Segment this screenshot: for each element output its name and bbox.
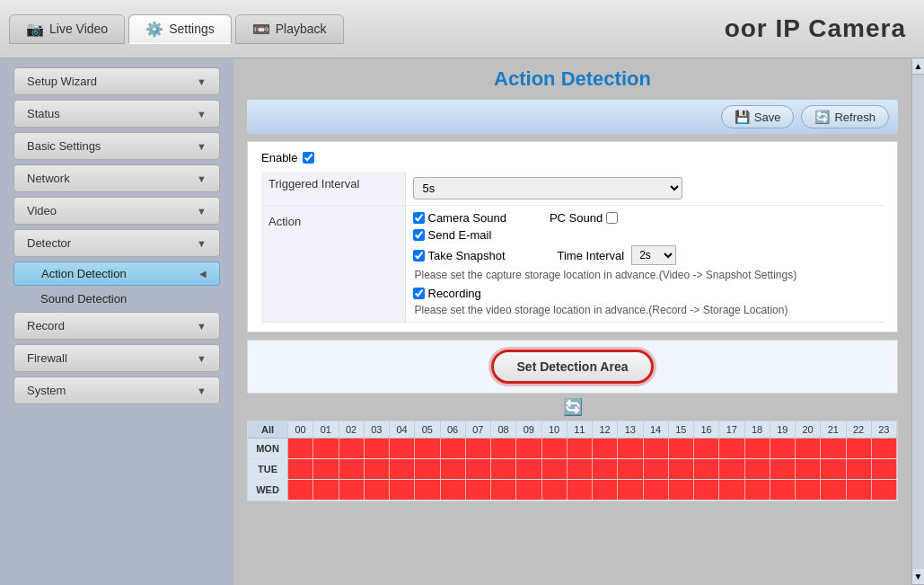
- sched-wed-12[interactable]: [593, 480, 618, 500]
- sched-wed-13[interactable]: [618, 480, 643, 500]
- sched-tue-3[interactable]: [365, 459, 390, 479]
- scroll-down-arrow[interactable]: ▼: [912, 569, 924, 585]
- sched-mon-5[interactable]: [415, 439, 440, 458]
- sched-mon-11[interactable]: [568, 439, 593, 458]
- sched-tue-11[interactable]: [568, 459, 593, 479]
- sched-mon-13[interactable]: [618, 439, 643, 458]
- sched-wed-20[interactable]: [796, 480, 821, 500]
- sched-tue-15[interactable]: [669, 459, 694, 479]
- sched-wed-16[interactable]: [694, 480, 719, 500]
- sched-wed-11[interactable]: [568, 480, 593, 500]
- sched-wed-1[interactable]: [313, 480, 339, 500]
- sched-tue-18[interactable]: [745, 459, 770, 479]
- sched-mon-19[interactable]: [770, 439, 796, 458]
- sidebar-item-firewall[interactable]: Firewall ▼: [13, 344, 220, 372]
- sched-tue-8[interactable]: [491, 459, 516, 479]
- sched-mon-10[interactable]: [542, 439, 568, 458]
- sched-mon-6[interactable]: [441, 439, 466, 458]
- tab-live-video[interactable]: 📷 Live Video: [9, 14, 125, 44]
- sched-mon-8[interactable]: [491, 439, 516, 458]
- save-button[interactable]: 💾 Save: [721, 105, 795, 129]
- camera-sound-checkbox[interactable]: [413, 212, 425, 224]
- sched-wed-18[interactable]: [745, 480, 770, 500]
- sched-tue-1[interactable]: [313, 459, 339, 479]
- sched-mon-15[interactable]: [669, 439, 694, 458]
- sched-mon-12[interactable]: [593, 439, 618, 458]
- sidebar-item-video[interactable]: Video ▼: [13, 197, 220, 225]
- enable-checkbox[interactable]: [303, 152, 314, 164]
- sidebar-item-network[interactable]: Network ▼: [13, 164, 220, 192]
- refresh-button[interactable]: 🔄 Refresh: [801, 105, 889, 129]
- sched-mon-20[interactable]: [796, 439, 821, 458]
- sched-wed-10[interactable]: [542, 480, 568, 500]
- sched-wed-6[interactable]: [441, 480, 466, 500]
- sched-tue-4[interactable]: [390, 459, 415, 479]
- sched-mon-14[interactable]: [644, 439, 669, 458]
- sched-wed-14[interactable]: [644, 480, 669, 500]
- sched-wed-5[interactable]: [415, 480, 440, 500]
- sched-mon-17[interactable]: [719, 439, 744, 458]
- tab-settings[interactable]: ⚙️ Settings: [128, 14, 232, 44]
- sidebar-item-record[interactable]: Record ▼: [13, 312, 220, 340]
- sched-tue-23[interactable]: [872, 459, 897, 479]
- sched-tue-19[interactable]: [770, 459, 796, 479]
- sched-tue-22[interactable]: [847, 459, 872, 479]
- vertical-scrollbar[interactable]: ▲ ▼: [911, 58, 924, 585]
- sidebar-sub-sound-detection[interactable]: Sound Detection: [13, 288, 220, 310]
- sched-tue-21[interactable]: [821, 459, 846, 479]
- sidebar-item-status[interactable]: Status ▼: [13, 100, 220, 128]
- sched-tue-14[interactable]: [644, 459, 669, 479]
- sidebar-item-setup-wizard[interactable]: Setup Wizard ▼: [13, 67, 220, 95]
- sched-mon-4[interactable]: [390, 439, 415, 458]
- set-detection-area-button[interactable]: Set Detection Area: [491, 350, 655, 384]
- sched-tue-16[interactable]: [694, 459, 719, 479]
- sidebar-item-basic-settings[interactable]: Basic Settings ▼: [13, 132, 220, 160]
- sched-tue-0[interactable]: [288, 459, 313, 479]
- camera-sound-label[interactable]: Camera Sound: [413, 211, 506, 225]
- send-email-label[interactable]: Send E-mail: [413, 228, 492, 242]
- sched-mon-21[interactable]: [821, 439, 846, 458]
- sched-wed-9[interactable]: [516, 480, 541, 500]
- sched-wed-22[interactable]: [847, 480, 872, 500]
- recording-label[interactable]: Recording: [413, 287, 481, 300]
- sched-tue-20[interactable]: [796, 459, 821, 479]
- sched-wed-17[interactable]: [719, 480, 744, 500]
- sched-mon-9[interactable]: [516, 439, 541, 458]
- sidebar-item-detector[interactable]: Detector ▼: [13, 229, 220, 257]
- sched-mon-16[interactable]: [694, 439, 719, 458]
- send-email-checkbox[interactable]: [413, 229, 425, 241]
- take-snapshot-checkbox[interactable]: [413, 250, 425, 261]
- sched-wed-15[interactable]: [669, 480, 694, 500]
- sched-tue-7[interactable]: [466, 459, 491, 479]
- sched-mon-3[interactable]: [365, 439, 390, 458]
- sidebar-sub-action-detection[interactable]: Action Detection: [13, 261, 220, 286]
- sched-mon-23[interactable]: [872, 439, 897, 458]
- sched-tue-2[interactable]: [339, 459, 365, 479]
- recording-checkbox[interactable]: [413, 288, 425, 299]
- tab-playback[interactable]: 📼 Playback: [235, 14, 344, 44]
- sched-wed-7[interactable]: [466, 480, 491, 500]
- sched-mon-2[interactable]: [339, 439, 365, 458]
- triggered-interval-select[interactable]: 1s 2s 3s 5s 10s 15s 30s 60s: [413, 177, 682, 199]
- sched-wed-8[interactable]: [491, 480, 516, 500]
- sched-tue-5[interactable]: [415, 459, 440, 479]
- sched-mon-0[interactable]: [288, 439, 313, 458]
- sched-wed-3[interactable]: [365, 480, 390, 500]
- sched-wed-21[interactable]: [821, 480, 846, 500]
- sched-wed-0[interactable]: [288, 480, 313, 500]
- sched-tue-9[interactable]: [516, 459, 541, 479]
- sched-tue-6[interactable]: [441, 459, 466, 479]
- sched-tue-13[interactable]: [618, 459, 643, 479]
- sched-wed-23[interactable]: [872, 480, 897, 500]
- scroll-up-arrow[interactable]: ▲: [912, 58, 924, 75]
- sched-tue-17[interactable]: [719, 459, 744, 479]
- sched-wed-19[interactable]: [770, 480, 796, 500]
- sched-tue-12[interactable]: [593, 459, 618, 479]
- take-snapshot-label[interactable]: Take Snapshot: [413, 249, 506, 262]
- sched-mon-7[interactable]: [466, 439, 491, 458]
- time-interval-select[interactable]: 1s 2s 5s 10s: [631, 245, 676, 265]
- pc-sound-checkbox[interactable]: [606, 212, 618, 224]
- sched-wed-4[interactable]: [390, 480, 415, 500]
- sched-mon-22[interactable]: [847, 439, 872, 458]
- sched-tue-10[interactable]: [542, 459, 568, 479]
